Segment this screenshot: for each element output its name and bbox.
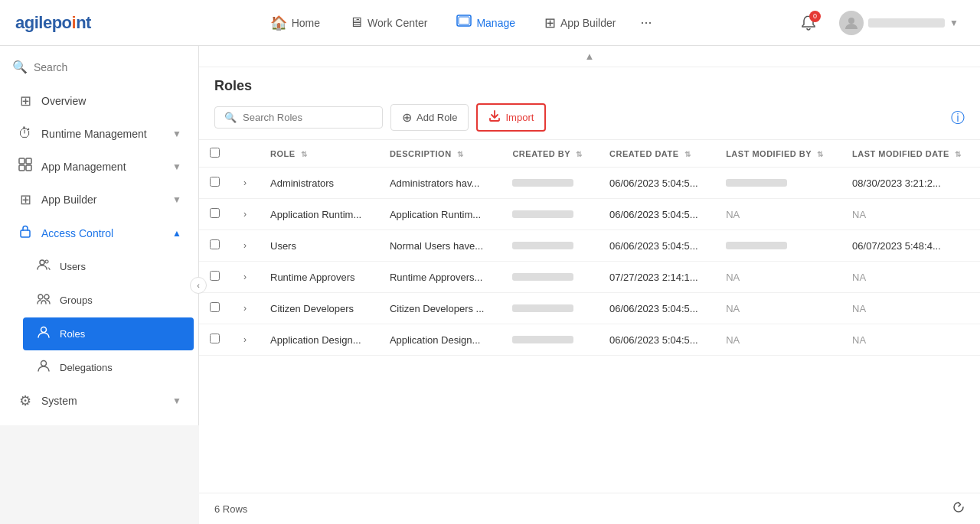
row-created-by-1: [501, 199, 599, 230]
row-checkbox-cell: [199, 293, 230, 324]
sidebar-item-overview[interactable]: ⊞ Overview: [5, 85, 194, 117]
row-modified-by-0: [715, 168, 841, 199]
table-row: › Application Design... Application Desi…: [199, 324, 980, 356]
info-button[interactable]: ⓘ: [951, 109, 965, 127]
import-label: Import: [505, 112, 534, 123]
sidebar-item-system-label: System: [41, 395, 165, 407]
nav-app-builder-label: App Builder: [560, 17, 616, 29]
row-role-5: Application Design...: [260, 324, 379, 356]
sidebar-search-input[interactable]: [34, 61, 186, 73]
row-checkbox-5[interactable]: [210, 334, 220, 343]
row-checkbox-cell: [199, 230, 230, 262]
header-created-date[interactable]: CREATED DATE ⇅: [599, 140, 715, 168]
search-roles-input[interactable]: [243, 112, 373, 123]
header-last-modified-date[interactable]: LAST MODIFIED DATE ⇅: [841, 140, 980, 168]
add-role-button[interactable]: ⊕ Add Role: [390, 104, 469, 131]
access-control-sub: Users Groups: [0, 250, 198, 384]
row-expand-cell: ›: [230, 262, 260, 293]
select-all-checkbox[interactable]: [210, 148, 220, 158]
row-expand-cell: ›: [230, 199, 260, 230]
svg-point-11: [44, 295, 49, 299]
header-last-modified-by[interactable]: LAST MODIFIED BY ⇅: [715, 140, 841, 168]
nav-links: 🏠 Home 🖥 Work Center Manage ⊞ App Builde…: [122, 7, 795, 38]
created-date-sort-icon: ⇅: [684, 150, 691, 158]
sidebar-item-app-builder[interactable]: ⊞ App Builder ▼: [5, 184, 194, 216]
svg-rect-1: [459, 17, 469, 24]
sidebar-collapse-button[interactable]: ‹: [190, 277, 207, 294]
header-created-by[interactable]: CREATED BY ⇅: [501, 140, 599, 168]
app-management-chevron-icon: ▼: [172, 161, 181, 172]
system-icon: ⚙: [17, 392, 34, 409]
table-row: › Citizen Developers Citizen Developers …: [199, 293, 980, 324]
sidebar-item-runtime-management[interactable]: ⏱ Runtime Management ▼: [5, 118, 194, 149]
svg-rect-5: [19, 165, 24, 171]
row-description-3: Runtime Approvers...: [379, 262, 502, 293]
import-button[interactable]: Import: [476, 103, 546, 132]
roles-icon: [35, 325, 52, 343]
row-description-2: Normal Users have...: [379, 230, 502, 262]
modified-date-sort-icon: ⇅: [955, 150, 962, 158]
row-checkbox-0[interactable]: [210, 177, 220, 187]
row-role-1: Application Runtim...: [260, 199, 379, 230]
chevron-up-icon: ▲: [585, 50, 595, 62]
row-checkbox-3[interactable]: [210, 271, 220, 281]
table-header: ROLE ⇅ DESCRIPTION ⇅ CREATED BY ⇅: [199, 140, 980, 168]
search-roles-box[interactable]: 🔍: [214, 106, 383, 129]
row-role-0: Administrators: [260, 168, 379, 199]
row-expand-cell: ›: [230, 230, 260, 262]
sidebar-item-system[interactable]: ⚙ System ▼: [5, 385, 194, 417]
table-row: › Administrators Administrators hav... 0…: [199, 168, 980, 199]
sidebar-item-groups[interactable]: Groups: [23, 284, 194, 317]
row-expand-button-5[interactable]: ›: [241, 332, 249, 347]
role-sort-icon: ⇅: [301, 150, 308, 158]
row-modified-date-1: NA: [841, 199, 980, 230]
delegations-icon: [35, 359, 52, 376]
grid-icon: ⊞: [544, 15, 556, 31]
row-expand-button-2[interactable]: ›: [241, 238, 249, 253]
sidebar-item-roles[interactable]: Roles: [23, 317, 194, 350]
users-icon: [35, 258, 52, 275]
nav-home[interactable]: 🏠 Home: [260, 8, 331, 37]
modified-by-sort-icon: ⇅: [817, 150, 824, 158]
row-checkbox-cell: [199, 168, 230, 199]
sidebar-item-access-control[interactable]: Access Control ▲: [5, 216, 194, 249]
header-description[interactable]: DESCRIPTION ⇅: [379, 140, 502, 168]
row-created-date-0: 06/06/2023 5:04:5...: [599, 168, 715, 199]
sidebar-item-delegations[interactable]: Delegations: [23, 351, 194, 384]
table-row: › Runtime Approvers Runtime Approvers...…: [199, 262, 980, 293]
main-content: ▲ Roles 🔍 ⊕ Add Role: [199, 46, 980, 524]
add-role-label: Add Role: [416, 112, 457, 123]
nav-app-builder[interactable]: ⊞ App Builder: [534, 8, 626, 37]
refresh-button[interactable]: [952, 501, 965, 516]
nav-more-button[interactable]: ···: [634, 8, 658, 37]
collapse-top-bar[interactable]: ▲: [199, 46, 980, 67]
notification-button[interactable]: 0: [795, 9, 822, 37]
user-menu-button[interactable]: ▼: [833, 8, 965, 38]
row-created-by-2: [501, 230, 599, 262]
sidebar-search-icon: 🔍: [12, 60, 28, 74]
row-expand-cell: ›: [230, 168, 260, 199]
row-checkbox-4[interactable]: [210, 302, 220, 312]
header-role[interactable]: ROLE ⇅: [260, 140, 379, 168]
page-title: Roles: [214, 78, 965, 94]
sidebar-item-overview-label: Overview: [41, 95, 181, 107]
row-expand-button-1[interactable]: ›: [241, 207, 249, 222]
nav-manage[interactable]: Manage: [446, 7, 526, 38]
row-expand-button-0[interactable]: ›: [241, 175, 249, 190]
row-created-date-4: 06/06/2023 5:04:5...: [599, 293, 715, 324]
row-created-by-5: [501, 324, 599, 356]
row-checkbox-2[interactable]: [210, 239, 220, 249]
row-created-date-3: 07/27/2023 2:14:1...: [599, 262, 715, 293]
row-expand-button-3[interactable]: ›: [241, 269, 249, 285]
row-checkbox-1[interactable]: [210, 208, 220, 218]
nav-work-center[interactable]: 🖥 Work Center: [338, 8, 438, 37]
roles-panel: Roles 🔍 ⊕ Add Role: [199, 67, 980, 524]
sidebar-item-app-management[interactable]: App Management ▼: [5, 150, 194, 183]
nav-work-center-label: Work Center: [368, 17, 427, 29]
row-role-3: Runtime Approvers: [260, 262, 379, 293]
row-expand-button-4[interactable]: ›: [241, 301, 249, 316]
monitor-icon: 🖥: [349, 15, 363, 31]
sidebar-item-users[interactable]: Users: [23, 250, 194, 283]
sidebar-item-access-control-label: Access Control: [41, 227, 165, 239]
row-description-1: Application Runtim...: [379, 199, 502, 230]
